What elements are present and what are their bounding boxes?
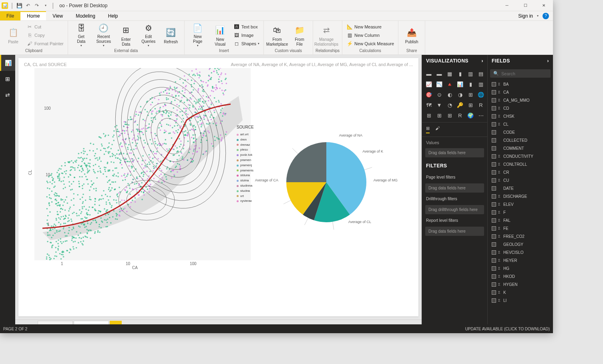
viz-type-23[interactable]: R [476,101,485,109]
format-tab-icon[interactable]: 🖌 [435,126,440,133]
viz-type-5[interactable]: ▤ [476,69,485,78]
refresh-button[interactable]: 🔄Refresh [160,22,182,48]
drill-drop[interactable]: Drag drillthrough fields here [425,205,484,214]
maximize-button[interactable]: ☐ [516,0,535,11]
field-date[interactable]: DATE [488,184,553,192]
field-ba[interactable]: ΣBA [488,80,553,88]
viz-type-4[interactable]: ▥ [466,69,475,78]
field-ca_mg_mmo[interactable]: ΣCA_MG_MMO [488,96,553,104]
data-view-icon[interactable]: ⊞ [0,71,15,87]
viz-type-28[interactable]: 🌍 [466,111,475,120]
field-f[interactable]: ΣF [488,208,553,216]
page-filters-drop[interactable]: Drag data fields here [425,183,484,193]
field-hevcislo[interactable]: ΣHEVCISLO [488,248,553,256]
viz-type-24[interactable]: ⊞ [424,111,433,120]
report-view-icon[interactable]: 📊 [0,55,15,71]
recent-sources-button[interactable]: 🕘Recent Sources▾ [93,22,115,48]
get-data-button[interactable]: 🗄Get Data▾ [70,22,92,48]
publish-button[interactable]: 📤Publish [401,22,422,48]
chevron-down-icon[interactable]: ▾ [537,14,539,18]
field-heyer[interactable]: ΣHEYER [488,256,553,264]
field-free_co2[interactable]: ΣFREE_CO2 [488,232,553,240]
viz-type-2[interactable]: ▦ [445,69,454,78]
viz-type-18[interactable]: 🗺 [424,101,433,109]
viz-type-19[interactable]: ▼ [435,101,444,109]
field-hkod[interactable]: ΣHKOD [488,272,553,280]
image-button[interactable]: 🖼Image [232,31,261,39]
viz-type-15[interactable]: ◑ [456,90,464,99]
new-visual-button[interactable]: 📊New Visual [209,22,231,48]
field-hygen[interactable]: ΣHYGEN [488,280,553,288]
shapes-button[interactable]: ◻Shapes▾ [232,40,261,48]
viz-type-21[interactable]: 🔑 [456,101,464,109]
viz-type-11[interactable]: ▥ [476,80,485,88]
tab-file[interactable]: File [0,11,20,20]
report-canvas[interactable]: CA, CL and SOURCE Average of NA, Average… [18,58,418,316]
close-button[interactable]: ✕ [535,0,553,11]
viz-type-25[interactable]: ⊞ [435,111,444,120]
redo-icon[interactable]: ↷ [33,2,41,10]
help-icon[interactable]: ? [543,13,549,19]
fields-tab-icon[interactable]: ⊞ [426,126,430,133]
field-conltroll[interactable]: ΣCONLTROLL [488,160,553,168]
undo-icon[interactable]: ↶ [24,2,32,10]
field-collected[interactable]: COLLECTED [488,136,553,144]
tab-modeling[interactable]: Modeling [69,11,102,20]
viz-type-16[interactable]: ⊞ [466,90,475,99]
viz-type-12[interactable]: 🎯 [424,90,433,99]
save-icon[interactable]: 💾 [15,2,23,10]
field-fal[interactable]: ΣFAL [488,216,553,224]
tab-home[interactable]: Home [20,11,46,20]
model-view-icon[interactable]: ⇄ [0,87,15,103]
chevron-right-icon[interactable]: › [547,58,549,64]
fields-search[interactable]: 🔍 [490,69,551,78]
search-input[interactable] [501,71,541,76]
chevron-right-icon[interactable]: › [482,58,484,64]
field-k[interactable]: ΣK [488,288,553,296]
viz-type-17[interactable]: 🌐 [476,90,485,99]
viz-type-6[interactable]: 📈 [424,80,433,88]
viz-type-9[interactable]: 📊 [456,80,464,88]
update-available-link[interactable]: UPDATE AVAILABLE (CLICK TO DOWNLOAD) [465,327,550,331]
pie-chart[interactable] [274,122,394,242]
viz-type-26[interactable]: ⊞ [445,111,454,120]
viz-type-14[interactable]: ◐ [445,90,454,99]
new-quick-measure-button[interactable]: ⚡New Quick Measure [345,40,396,48]
viz-type-20[interactable]: ◔ [445,101,454,109]
field-code[interactable]: CODE [488,128,553,136]
values-drop-zone[interactable]: Drag data fields here [425,148,484,157]
from-file-button[interactable]: 📁From File [289,22,310,48]
viz-type-3[interactable]: ▮ [456,69,464,78]
new-page-button[interactable]: 📄New Page▾ [187,22,209,48]
field-cu[interactable]: ΣCU [488,176,553,184]
field-li[interactable]: ΣLI [488,296,553,304]
viz-type-29[interactable]: ⋯ [476,111,485,120]
text-box-button[interactable]: 🅰Text box [232,23,261,31]
viz-type-27[interactable]: R [456,111,464,120]
viz-type-8[interactable]: 🔺 [445,80,454,88]
field-cd[interactable]: ΣCD [488,104,553,112]
field-cr[interactable]: ΣCR [488,168,553,176]
field-discharge[interactable]: ΣDISCHARGE [488,192,553,200]
tab-view[interactable]: View [46,11,69,20]
new-column-button[interactable]: ▥New Column [345,31,396,39]
viz-type-0[interactable]: ▬ [424,69,433,78]
field-geology[interactable]: GEOLOGY [488,240,553,248]
viz-type-7[interactable]: 📉 [435,80,444,88]
viz-type-22[interactable]: ⊞ [466,101,475,109]
field-hg[interactable]: ΣHG [488,264,553,272]
scatter-plot[interactable] [34,68,251,260]
field-chsk[interactable]: ΣCHSK [488,112,553,120]
viz-type-13[interactable]: ⊙ [435,90,444,99]
tab-help[interactable]: Help [102,11,125,20]
minimize-button[interactable]: ─ [498,0,516,11]
field-cl[interactable]: ΣCL [488,120,553,128]
field-elev[interactable]: ΣELEV [488,200,553,208]
viz-type-10[interactable]: ▮ [466,80,475,88]
field-conductivity[interactable]: ΣCONDUCTIVITY [488,152,553,160]
qat-dropdown-icon[interactable]: ▾ [42,2,50,10]
field-ca[interactable]: ΣCA [488,88,553,96]
sign-in-link[interactable]: Sign in [518,13,533,19]
enter-data-button[interactable]: ⊞Enter Data [115,22,137,48]
from-marketplace-button[interactable]: 🛍From Marketplace [266,22,288,48]
